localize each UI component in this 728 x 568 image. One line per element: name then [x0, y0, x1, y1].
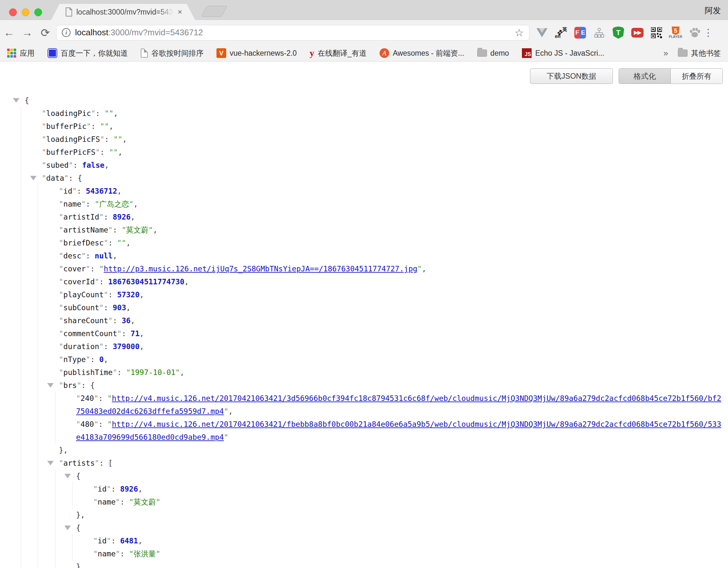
json-key: desc — [59, 251, 86, 260]
address-bar[interactable]: i localhost:3000/mv?mvid=5436712 ☆ — [56, 25, 529, 40]
json-children: {id: 8926,name: 莫文蔚},{id: 6481,name: 张洪量… — [55, 470, 723, 568]
bookmark-item-3[interactable]: 谷歌按时间排序 — [141, 48, 204, 58]
json-key: coverId — [59, 277, 99, 286]
echojs-icon: JS — [522, 48, 532, 58]
json-punct: }, — [76, 511, 85, 519]
close-window-button[interactable] — [9, 8, 17, 16]
collapse-all-button[interactable]: 折叠所有 — [671, 69, 722, 83]
bookmark-star-icon[interactable]: ☆ — [514, 27, 524, 39]
json-line: artistId: 8926, — [59, 210, 723, 223]
collapse-arrow-icon[interactable] — [13, 98, 19, 103]
minimize-window-button[interactable] — [22, 8, 29, 16]
json-punct: : — [104, 304, 113, 312]
json-string: 莫文蔚 — [129, 498, 160, 506]
vue-bookmark-icon: V — [216, 48, 226, 58]
json-line: artists: [ — [59, 457, 723, 470]
json-punct: : — [98, 420, 107, 429]
json-punct: , — [184, 277, 189, 286]
json-number: 6481 — [120, 537, 138, 545]
site-info-icon[interactable]: i — [62, 28, 71, 37]
json-punct: : — [77, 187, 86, 195]
json-key: artists — [59, 459, 99, 467]
json-punct: , — [126, 304, 131, 312]
json-line: bufferPic: , — [42, 120, 723, 133]
json-key: data — [42, 174, 69, 182]
collapse-arrow-icon[interactable] — [47, 461, 54, 465]
forward-button[interactable]: → — [18, 26, 36, 39]
profile-name[interactable]: 阿发 — [705, 5, 721, 16]
json-line: 240: http://v4.music.126.net/20170421063… — [76, 392, 723, 418]
video-downloader-icon[interactable]: ▶▶ — [631, 27, 644, 39]
folder-icon — [477, 50, 487, 57]
bookmark-item-8[interactable]: JSEcho JS - JavaScri... — [522, 48, 604, 58]
json-link[interactable]: http://v4.music.126.net/20170421063421/3… — [76, 394, 721, 416]
baidu-paw-icon — [48, 48, 57, 58]
maximize-window-button[interactable] — [34, 8, 42, 16]
json-link[interactable]: http://v4.music.126.net/20170421063421/f… — [76, 420, 721, 441]
json-group: {id: 8926,name: 莫文蔚}, — [76, 470, 723, 521]
json-string: 莫文蔚 — [122, 226, 153, 234]
collapse-arrow-icon[interactable] — [64, 474, 71, 478]
json-punct: : — [99, 277, 108, 286]
sitemap-icon[interactable] — [593, 27, 605, 39]
json-punct: : [ — [99, 459, 113, 467]
bookmark-item-6[interactable]: AAwesomes - 前端资... — [380, 48, 464, 58]
json-key: loadingPicFS — [42, 135, 105, 143]
collapse-arrow-icon[interactable] — [30, 176, 37, 180]
json-punct: , — [114, 109, 118, 117]
json-children: id: 6481,name: 张洪量 — [72, 534, 723, 560]
json-key: briefDesc — [59, 239, 108, 247]
json-key: brs — [59, 381, 81, 390]
bookmark-item-2[interactable]: 百度一下，你就知道 — [48, 48, 128, 58]
json-children: id: 5436712,name: 广岛之恋,artistId: 8926,ar… — [38, 184, 723, 568]
folder-icon — [678, 50, 688, 57]
json-key: artistId — [59, 213, 104, 221]
collapse-arrow-icon[interactable] — [64, 526, 71, 530]
json-keyword: false — [82, 161, 105, 169]
new-tab-button[interactable] — [201, 6, 227, 17]
json-punct: : — [113, 317, 122, 325]
json-number: 8926 — [120, 485, 138, 493]
json-link[interactable]: http://p3.music.126.net/ijUq7s_2S8GMbTNs… — [104, 264, 417, 273]
json-punct: , — [118, 148, 122, 156]
bookmark-item-7[interactable]: demo — [477, 49, 509, 58]
back-button[interactable]: ← — [0, 26, 18, 39]
bookmark-item-4[interactable]: Vvue-hackernews-2.0 — [216, 48, 297, 58]
other-bookmarks[interactable]: 其他书签 — [678, 48, 721, 58]
format-button[interactable]: 格式化 — [619, 69, 671, 83]
json-line: { — [76, 470, 723, 483]
tampermonkey-icon[interactable]: T — [612, 27, 624, 39]
bookmark-item-5[interactable]: y在线翻译_有道 — [310, 48, 367, 58]
reload-button[interactable]: ⟳ — [36, 26, 54, 39]
json-key: name — [59, 200, 86, 208]
bookmark-label: 谷歌按时间排序 — [151, 48, 204, 58]
json-punct: , — [122, 135, 127, 143]
html5-player-icon[interactable]: 5PLAYER — [669, 27, 682, 39]
json-key: loadingPic — [42, 109, 95, 117]
json-line: id: 6481, — [93, 534, 723, 547]
json-punct: , — [105, 161, 109, 169]
fe-icon[interactable]: FE — [574, 27, 586, 39]
json-punct: , — [117, 187, 122, 195]
bookmark-label: 百度一下，你就知道 — [61, 48, 128, 58]
json-line: cover: http://p3.music.126.net/ijUq7s_2S… — [59, 262, 723, 275]
paw-extension-icon[interactable] — [689, 27, 701, 39]
bookmarks-overflow-icon[interactable]: » — [664, 48, 668, 58]
qr-code-icon[interactable] — [650, 27, 663, 39]
translate-icon[interactable]: ⇄英en — [555, 27, 567, 39]
chrome-menu-icon[interactable]: ⋮ — [703, 27, 713, 38]
format-collapse-group: 格式化 折叠所有 — [619, 68, 723, 84]
url-text[interactable]: localhost:3000/mv?mvid=5436712 — [75, 28, 203, 38]
json-string — [105, 109, 114, 117]
collapse-arrow-icon[interactable] — [47, 383, 54, 388]
vue-devtools-icon[interactable] — [536, 27, 548, 39]
json-punct: : — [91, 122, 100, 130]
json-punct: : — [120, 498, 129, 506]
json-group: brs: {240: http://v4.music.126.net/20170… — [59, 379, 723, 457]
json-line: name: 广岛之恋, — [59, 197, 723, 210]
json-line: brs: { — [59, 379, 723, 392]
download-json-button[interactable]: 下载JSON数据 — [530, 68, 613, 84]
tab-close-icon[interactable]: × — [178, 8, 182, 16]
bookmark-item-1[interactable]: 应用 — [7, 48, 35, 58]
browser-tab[interactable]: localhost:3000/mv?mvid=543 × — [51, 4, 195, 20]
